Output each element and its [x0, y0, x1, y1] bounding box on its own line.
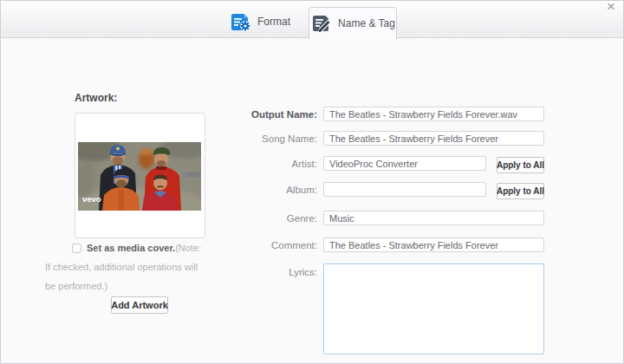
document-pencil-icon: [310, 15, 332, 33]
artist-label: Artist:: [213, 157, 317, 172]
tab-name-and-tag-label: Name & Tag: [338, 17, 395, 29]
genre-input[interactable]: [323, 211, 544, 225]
album-input[interactable]: [323, 182, 486, 197]
artist-apply-to-all-button[interactable]: Apply to All: [497, 157, 544, 173]
lyrics-label: Lyrics:: [213, 265, 317, 280]
add-artwork-button[interactable]: Add Artwork: [111, 296, 168, 314]
comment-input[interactable]: [323, 237, 544, 252]
lyrics-textarea[interactable]: [323, 263, 544, 354]
tab-format[interactable]: Format: [224, 10, 296, 34]
album-apply-to-all-button[interactable]: Apply to All: [497, 183, 544, 199]
document-gear-icon: [230, 13, 251, 31]
vevo-logo: vevo: [82, 194, 101, 204]
artwork-preview-box: vevo: [75, 113, 205, 238]
artwork-title: Artwork:: [75, 92, 117, 104]
genre-label: Genre:: [213, 211, 317, 226]
tab-format-label: Format: [257, 16, 290, 28]
output-name-label: Output Name:: [213, 107, 317, 122]
song-name-label: Song Name:: [213, 132, 317, 146]
song-name-input[interactable]: [323, 131, 544, 146]
tab-bar: Format Name & Tag ×: [1, 1, 623, 38]
comment-label: Comment:: [213, 238, 317, 253]
album-label: Album:: [213, 183, 317, 198]
set-as-media-cover-checkbox[interactable]: [72, 244, 81, 253]
output-name-input[interactable]: [323, 107, 544, 121]
set-as-media-cover-label: Set as media cover.: [87, 243, 175, 253]
name-tag-dialog: Format Name & Tag × Artwork:: [0, 0, 624, 364]
artwork-image: vevo: [78, 142, 201, 211]
close-icon[interactable]: ×: [607, 0, 615, 15]
set-as-media-cover-row: Set as media cover.(Note: If checked, ad…: [45, 238, 207, 296]
tab-name-and-tag[interactable]: Name & Tag: [309, 7, 397, 39]
artist-input[interactable]: [323, 156, 486, 171]
